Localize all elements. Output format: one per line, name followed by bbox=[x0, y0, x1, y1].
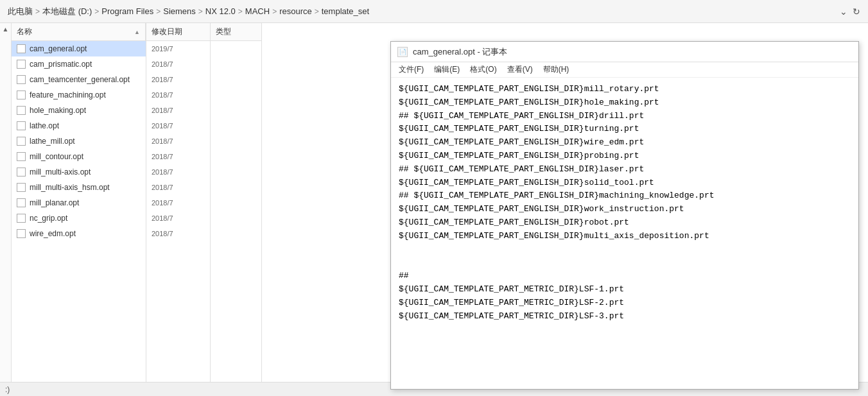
dropdown-icon[interactable]: ⌄ bbox=[840, 6, 847, 17]
file-icon-5 bbox=[17, 121, 26, 130]
notepad-line-3: ${UGII_CAM_TEMPLATE_PART_ENGLISH_DIR}tur… bbox=[399, 123, 851, 136]
breadcrumb-sep-3: > bbox=[198, 7, 203, 16]
notepad-line-12 bbox=[399, 243, 851, 257]
file-name-8: mill_multi-axis.opt bbox=[30, 168, 141, 176]
file-name-3: feature_machining.opt bbox=[30, 90, 141, 99]
file-icon-6 bbox=[17, 137, 26, 146]
file-icon-0 bbox=[17, 44, 26, 53]
breadcrumb-item-4[interactable]: NX 12.0 bbox=[205, 6, 236, 16]
file-icon-1 bbox=[17, 60, 26, 69]
notepad-content[interactable]: ${UGII_CAM_TEMPLATE_PART_ENGLISH_DIR}mil… bbox=[391, 78, 858, 389]
file-item-2[interactable]: cam_teamcenter_general.opt bbox=[12, 72, 146, 87]
file-item-11[interactable]: nc_grip.opt bbox=[12, 211, 146, 226]
breadcrumb-item-7[interactable]: template_set bbox=[322, 6, 369, 16]
date-list: 2019/72018/72018/72018/72018/72018/72018… bbox=[146, 41, 210, 396]
col-header-name[interactable]: 名称 ▲ bbox=[12, 23, 146, 40]
date-item-1: 2018/7 bbox=[146, 56, 210, 72]
notepad-line-17: ${UGII_CAM_TEMPLATE_PART_METRIC_DIR}LSF-… bbox=[399, 310, 851, 323]
scroll-up-arrow[interactable]: ▲ bbox=[3, 26, 9, 33]
file-list-panel: 名称 ▲ cam_general.optcam_prismatic.optcam… bbox=[12, 23, 146, 396]
file-item-12[interactable]: wire_edm.opt bbox=[12, 226, 146, 241]
menu-file[interactable]: 文件(F) bbox=[394, 63, 429, 76]
menu-help[interactable]: 帮助(H) bbox=[538, 63, 575, 76]
notepad-line-8: ## ${UGII_CAM_TEMPLATE_PART_ENGLISH_DIR}… bbox=[399, 189, 851, 203]
notepad-line-2: ## ${UGII_CAM_TEMPLATE_PART_ENGLISH_DIR}… bbox=[399, 110, 851, 123]
file-item-7[interactable]: mill_contour.opt bbox=[12, 149, 146, 164]
file-icon-4 bbox=[17, 106, 26, 115]
file-name-9: mill_multi-axis_hsm.opt bbox=[30, 183, 141, 192]
notepad-line-15: ${UGII_CAM_TEMPLATE_PART_METRIC_DIR}LSF-… bbox=[399, 283, 851, 297]
file-item-6[interactable]: lathe_mill.opt bbox=[12, 133, 146, 149]
breadcrumb-sep-4: > bbox=[238, 7, 243, 16]
file-icon-10 bbox=[17, 198, 26, 207]
notepad-titlebar: 📄 cam_general.opt - 记事本 bbox=[391, 42, 858, 62]
file-name-11: nc_grip.opt bbox=[30, 214, 141, 223]
menu-format[interactable]: 格式(O) bbox=[465, 63, 501, 76]
refresh-icon[interactable]: ↻ bbox=[853, 6, 860, 17]
breadcrumb-sep-1: > bbox=[94, 7, 99, 16]
notepad-menubar: 文件(F) 编辑(E) 格式(O) 查看(V) 帮助(H) bbox=[391, 62, 858, 78]
notepad-window: 📄 cam_general.opt - 记事本 文件(F) 编辑(E) 格式(O… bbox=[390, 41, 859, 390]
file-item-9[interactable]: mill_multi-axis_hsm.opt bbox=[12, 180, 146, 195]
file-icon-2 bbox=[17, 75, 26, 84]
notepad-line-9: ${UGII_CAM_TEMPLATE_PART_ENGLISH_DIR}wor… bbox=[399, 203, 851, 216]
breadcrumb-sep-5: > bbox=[272, 7, 277, 16]
notepad-line-6: ## ${UGII_CAM_TEMPLATE_PART_ENGLISH_DIR}… bbox=[399, 163, 851, 176]
file-item-0[interactable]: cam_general.opt bbox=[12, 41, 146, 56]
sidebar-scroll: ▲ bbox=[0, 23, 12, 396]
breadcrumb-item-5[interactable]: MACH bbox=[245, 6, 270, 16]
breadcrumb-item-6[interactable]: resource bbox=[279, 6, 312, 16]
notepad-line-16: ${UGII_CAM_TEMPLATE_PART_METRIC_DIR}LSF-… bbox=[399, 297, 851, 310]
date-column-panel: 修改日期 2019/72018/72018/72018/72018/72018/… bbox=[146, 23, 211, 396]
breadcrumb-sep-2: > bbox=[156, 7, 161, 16]
file-icon-11 bbox=[17, 214, 26, 223]
menu-view[interactable]: 查看(V) bbox=[502, 63, 538, 76]
file-name-7: mill_contour.opt bbox=[30, 152, 141, 161]
menu-edit[interactable]: 编辑(E) bbox=[429, 63, 465, 76]
breadcrumb-item-2[interactable]: Program Files bbox=[101, 6, 153, 16]
col-header-date[interactable]: 修改日期 bbox=[146, 23, 210, 41]
status-text: :) bbox=[5, 385, 10, 394]
date-item-10: 2018/7 bbox=[146, 195, 210, 211]
sort-arrow-name: ▲ bbox=[134, 29, 140, 35]
breadcrumb-item-1[interactable]: 本地磁盘 (D:) bbox=[42, 6, 92, 17]
notepad-line-13 bbox=[399, 256, 851, 270]
breadcrumb-sep-6: > bbox=[315, 7, 319, 16]
date-item-4: 2018/7 bbox=[146, 103, 210, 118]
date-item-0: 2019/7 bbox=[146, 41, 210, 56]
notepad-title: cam_general.opt - 记事本 bbox=[413, 46, 507, 58]
breadcrumb-item-3[interactable]: Siemens bbox=[163, 6, 196, 16]
file-name-2: cam_teamcenter_general.opt bbox=[30, 75, 141, 84]
notepad-line-4: ${UGII_CAM_TEMPLATE_PART_ENGLISH_DIR}wir… bbox=[399, 136, 851, 150]
file-item-1[interactable]: cam_prismatic.opt bbox=[12, 56, 146, 72]
file-icon-3 bbox=[17, 90, 26, 99]
notepad-line-10: ${UGII_CAM_TEMPLATE_PART_ENGLISH_DIR}rob… bbox=[399, 216, 851, 230]
file-item-4[interactable]: hole_making.opt bbox=[12, 103, 146, 118]
notepad-line-5: ${UGII_CAM_TEMPLATE_PART_ENGLISH_DIR}pro… bbox=[399, 150, 851, 163]
file-name-6: lathe_mill.opt bbox=[30, 137, 141, 146]
date-item-5: 2018/7 bbox=[146, 118, 210, 133]
address-bar: 此电脑 > 本地磁盘 (D:) > Program Files > Siemen… bbox=[0, 0, 868, 23]
address-icons: ⌄ ↻ bbox=[840, 6, 860, 17]
date-item-8: 2018/7 bbox=[146, 164, 210, 180]
file-item-8[interactable]: mill_multi-axis.opt bbox=[12, 164, 146, 180]
file-name-1: cam_prismatic.opt bbox=[30, 60, 141, 69]
breadcrumb-item-0[interactable]: 此电脑 bbox=[8, 6, 33, 17]
file-name-10: mill_planar.opt bbox=[30, 198, 141, 207]
type-column-panel: 类型 bbox=[211, 23, 262, 396]
file-name-4: hole_making.opt bbox=[30, 106, 141, 115]
notepad-line-11: ${UGII_CAM_TEMPLATE_PART_ENGLISH_DIR}mul… bbox=[399, 230, 851, 243]
notepad-line-0: ${UGII_CAM_TEMPLATE_PART_ENGLISH_DIR}mil… bbox=[399, 83, 851, 96]
file-item-5[interactable]: lathe.opt bbox=[12, 118, 146, 133]
breadcrumb-sep-0: > bbox=[35, 7, 40, 16]
date-item-3: 2018/7 bbox=[146, 87, 210, 103]
notepad-line-1: ${UGII_CAM_TEMPLATE_PART_ENGLISH_DIR}hol… bbox=[399, 96, 851, 110]
breadcrumb[interactable]: 此电脑 > 本地磁盘 (D:) > Program Files > Siemen… bbox=[8, 6, 369, 17]
file-name-12: wire_edm.opt bbox=[30, 229, 141, 238]
file-item-3[interactable]: feature_machining.opt bbox=[12, 87, 146, 103]
file-icon-9 bbox=[17, 183, 26, 192]
col-header-type[interactable]: 类型 bbox=[211, 23, 261, 41]
file-icon-7 bbox=[17, 152, 26, 161]
file-item-10[interactable]: mill_planar.opt bbox=[12, 195, 146, 211]
date-item-7: 2018/7 bbox=[146, 149, 210, 164]
